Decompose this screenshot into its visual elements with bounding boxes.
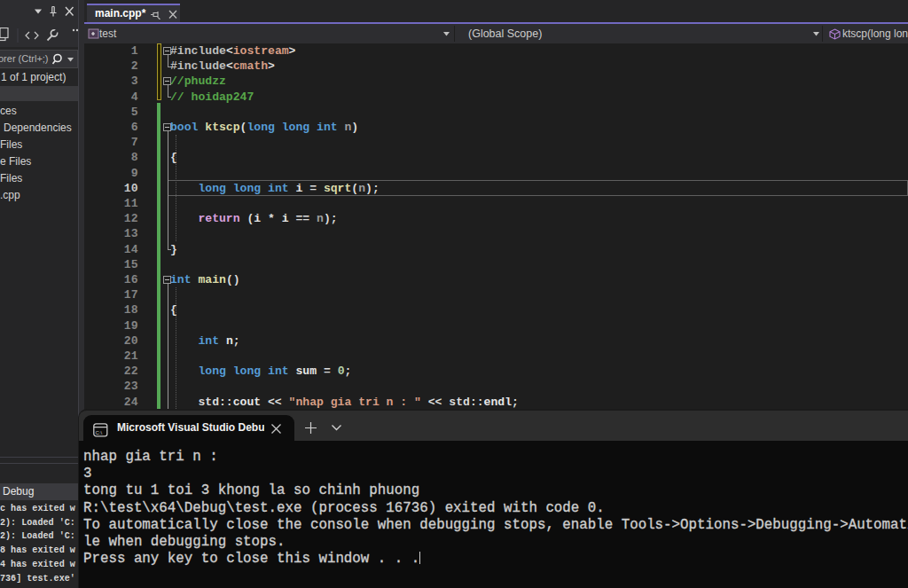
svg-text:C:\: C:\ <box>96 430 103 435</box>
